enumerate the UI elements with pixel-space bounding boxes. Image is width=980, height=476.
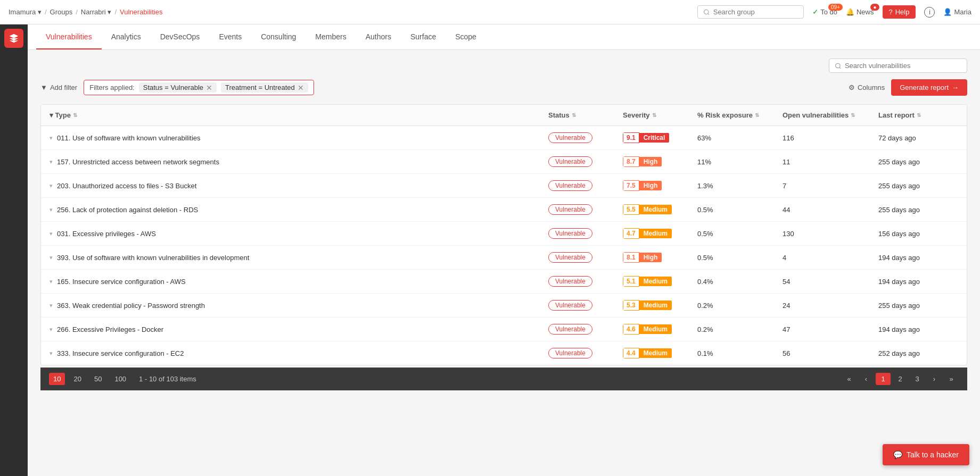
filter-tag-status: Status = Vulnerable ✕: [139, 82, 217, 93]
page-3[interactable]: 3: [910, 373, 925, 385]
col-report-label: Last report: [878, 111, 915, 119]
user-icon: 👤: [943, 8, 952, 16]
row-chevron-icon[interactable]: ▾: [50, 350, 53, 357]
page-size-50[interactable]: 50: [90, 373, 106, 385]
generate-report-button[interactable]: Generate report →: [891, 79, 967, 96]
todo-button[interactable]: ✓ To do 09+: [812, 8, 837, 16]
table-row[interactable]: ▾ 266. Excessive Privileges - Docker Vul…: [41, 318, 967, 341]
severity-label: Medium: [639, 229, 672, 238]
sort-status-icon: ⇅: [572, 112, 576, 118]
row-chevron-icon[interactable]: ▾: [50, 326, 53, 333]
severity-badge: 5.1 Medium: [623, 276, 672, 287]
tab-surface[interactable]: Surface: [401, 25, 446, 49]
risk-cell: 0.2%: [697, 302, 783, 310]
breadcrumb-vulnerabilities: Vulnerabilities: [120, 8, 162, 16]
row-chevron-icon[interactable]: ▾: [50, 302, 53, 309]
columns-button[interactable]: ⚙ Columns: [849, 83, 885, 91]
group-search[interactable]: [697, 5, 804, 19]
pagination-bar: 10 20 50 100 1 - 10 of 103 items « ‹ 1 2…: [40, 368, 967, 390]
last-report-cell: 252 days ago: [878, 349, 958, 357]
risk-cell: 0.1%: [697, 349, 783, 357]
open-vuln-cell: 11: [783, 158, 878, 166]
svg-line-3: [839, 67, 841, 68]
status-cell: Vulnerable: [548, 204, 623, 215]
tab-members[interactable]: Members: [306, 25, 356, 49]
news-button[interactable]: 🔔 News ●: [846, 8, 874, 16]
breadcrumb-imamura[interactable]: Imamura ▾: [9, 8, 42, 16]
checkmark-icon: ✓: [812, 8, 818, 16]
items-count: 1 - 10 of 103 items: [139, 375, 196, 383]
nav-right: ✓ To do 09+ 🔔 News ● ? Help i 👤 Maria: [697, 5, 971, 19]
tab-events[interactable]: Events: [209, 25, 251, 49]
page-size-20[interactable]: 20: [69, 373, 85, 385]
severity-score: 4.7: [623, 228, 639, 239]
help-button[interactable]: ? Help: [883, 5, 916, 19]
col-type[interactable]: ▾ Type ⇅: [50, 111, 548, 119]
col-open[interactable]: Open vulnerabilities ⇅: [783, 111, 878, 119]
table-row[interactable]: ▾ 393. Use of software with known vulner…: [41, 246, 967, 270]
tab-vulnerabilities[interactable]: Vulnerabilities: [36, 25, 102, 49]
severity-badge: 7.5 High: [623, 180, 662, 191]
breadcrumb-groups[interactable]: Groups: [50, 8, 73, 16]
row-chevron-icon[interactable]: ▾: [50, 254, 53, 261]
filter-status-remove[interactable]: ✕: [206, 84, 212, 91]
tab-analytics[interactable]: Analytics: [102, 25, 151, 49]
table-row[interactable]: ▾ 165. Insecure service configuration - …: [41, 270, 967, 294]
severity-cell: 5.1 Medium: [623, 276, 697, 287]
status-badge: Vulnerable: [548, 348, 592, 358]
severity-cell: 7.5 High: [623, 180, 697, 191]
row-chevron-icon[interactable]: ▾: [50, 182, 53, 189]
help-icon: ?: [889, 8, 893, 16]
tab-scope[interactable]: Scope: [446, 25, 486, 49]
page-size-10[interactable]: 10: [49, 373, 65, 385]
page-next[interactable]: ›: [927, 373, 942, 385]
page-prev[interactable]: ‹: [859, 373, 874, 385]
group-search-input[interactable]: [713, 8, 798, 16]
last-report-cell: 194 days ago: [878, 278, 958, 286]
page-size-100[interactable]: 100: [110, 373, 130, 385]
page-first[interactable]: «: [842, 373, 857, 385]
row-chevron-icon[interactable]: ▾: [50, 206, 53, 213]
vuln-search[interactable]: [829, 59, 967, 73]
table-row[interactable]: ▾ 157. Unrestricted access between netwo…: [41, 150, 967, 174]
vuln-search-input[interactable]: [845, 62, 961, 70]
sort-type-icon: ⇅: [73, 112, 77, 118]
info-button[interactable]: i: [924, 7, 935, 18]
type-cell: ▾ 165. Insecure service configuration - …: [50, 278, 548, 286]
table-row[interactable]: ▾ 256. Lack of protection against deleti…: [41, 198, 967, 222]
risk-cell: 0.4%: [697, 278, 783, 286]
breadcrumb-narrabri[interactable]: Narrabri ▾: [81, 8, 112, 16]
filter-treatment-text: Treatment = Untreated: [225, 83, 295, 91]
table-row[interactable]: ▾ 363. Weak credential policy - Password…: [41, 294, 967, 318]
page-1[interactable]: 1: [876, 373, 891, 385]
status-badge: Vulnerable: [548, 156, 592, 167]
app-logo[interactable]: [4, 29, 23, 48]
page-last[interactable]: »: [944, 373, 959, 385]
table-row[interactable]: ▾ 031. Excessive privileges - AWS Vulner…: [41, 222, 967, 246]
row-chevron-icon[interactable]: ▾: [50, 158, 53, 165]
user-menu[interactable]: 👤 Maria: [943, 8, 971, 16]
table-row[interactable]: ▾ 011. Use of software with known vulner…: [41, 126, 967, 150]
row-chevron-icon[interactable]: ▾: [50, 278, 53, 285]
page-2[interactable]: 2: [893, 373, 908, 385]
table-row[interactable]: ▾ 203. Unauthorized access to files - S3…: [41, 174, 967, 198]
talk-to-hacker-button[interactable]: 💬 Talk to a hacker: [883, 444, 969, 465]
row-chevron-icon[interactable]: ▾: [50, 230, 53, 237]
add-filter-button[interactable]: ▼ Add filter: [40, 83, 77, 91]
row-chevron-icon[interactable]: ▾: [50, 135, 53, 141]
col-risk[interactable]: % Risk exposure ⇅: [697, 111, 783, 119]
col-report[interactable]: Last report ⇅: [878, 111, 958, 119]
open-vuln-cell: 56: [783, 349, 878, 357]
tab-authors[interactable]: Authors: [356, 25, 401, 49]
status-badge: Vulnerable: [548, 324, 592, 335]
table-row[interactable]: ▾ 333. Insecure service configuration - …: [41, 341, 967, 365]
severity-label: High: [639, 157, 662, 166]
type-text: 157. Unrestricted access between network…: [57, 158, 219, 166]
type-text: 256. Lack of protection against deletion…: [57, 206, 198, 214]
tab-consulting[interactable]: Consulting: [251, 25, 306, 49]
col-severity[interactable]: Severity ⇅: [623, 111, 697, 119]
risk-cell: 0.5%: [697, 206, 783, 214]
tab-devsecops[interactable]: DevSecOps: [151, 25, 210, 49]
filter-treatment-remove[interactable]: ✕: [298, 84, 304, 91]
col-status[interactable]: Status ⇅: [548, 111, 623, 119]
